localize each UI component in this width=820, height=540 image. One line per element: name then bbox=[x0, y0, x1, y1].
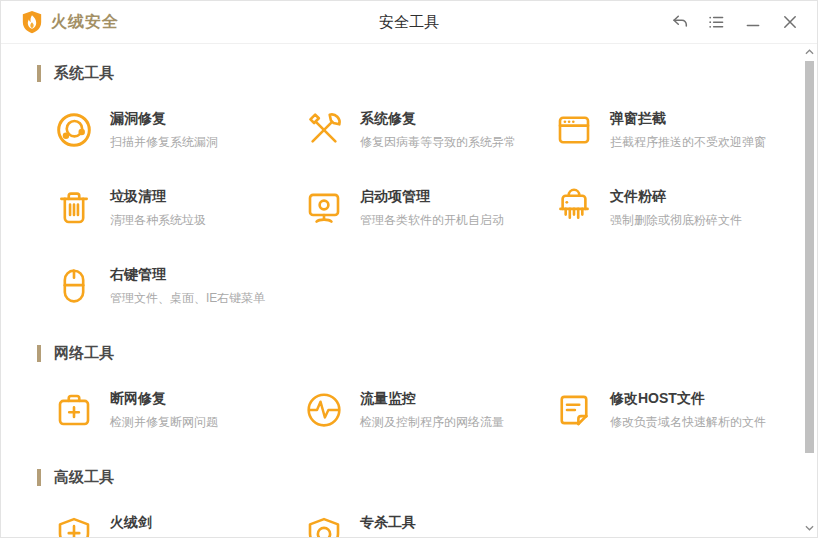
section-label: 高级工具 bbox=[54, 468, 114, 487]
tool-desc: 修改负责域名快速解析的文件 bbox=[610, 414, 766, 431]
section-label: 系统工具 bbox=[54, 64, 114, 83]
section-label: 网络工具 bbox=[54, 344, 114, 363]
minimize-icon[interactable] bbox=[744, 13, 762, 31]
section-bar-icon bbox=[37, 65, 41, 82]
tool-item[interactable]: 流量监控检测及控制程序的网络流量 bbox=[303, 388, 553, 436]
app-window: 火绒安全 安全工具 bbox=[0, 0, 818, 538]
tool-title: 断网修复 bbox=[110, 389, 218, 408]
system-repair-icon bbox=[303, 108, 345, 152]
tools-section: 系统工具漏洞修复扫描并修复系统漏洞系统修复修复因病毒等导致的系统异常弹窗拦截拦截… bbox=[37, 62, 791, 312]
back-icon[interactable] bbox=[670, 13, 688, 31]
tool-desc: 检测并修复断网问题 bbox=[110, 414, 218, 431]
tool-item[interactable]: 文件粉碎强制删除或彻底粉碎文件 bbox=[553, 186, 803, 234]
brand: 火绒安全 bbox=[21, 10, 119, 34]
traffic-monitor-icon bbox=[303, 388, 345, 432]
scroll-up-icon[interactable] bbox=[805, 45, 814, 59]
tools-content: 系统工具漏洞修复扫描并修复系统漏洞系统修复修复因病毒等导致的系统异常弹窗拦截拦截… bbox=[1, 44, 817, 538]
tool-item[interactable]: 火绒剑 bbox=[53, 512, 303, 538]
scrollbar[interactable] bbox=[803, 45, 815, 535]
tool-item[interactable]: 断网修复检测并修复断网问题 bbox=[53, 388, 303, 436]
scrollbar-thumb[interactable] bbox=[805, 61, 814, 453]
tool-item[interactable]: 弹窗拦截拦截程序推送的不受欢迎弹窗 bbox=[553, 108, 803, 156]
tool-desc: 清理各种系统垃圾 bbox=[110, 212, 206, 229]
section-header: 网络工具 bbox=[37, 342, 791, 364]
scroll-down-icon[interactable] bbox=[805, 521, 814, 535]
titlebar: 火绒安全 安全工具 bbox=[1, 1, 817, 44]
trash-clean-icon bbox=[53, 186, 95, 230]
tools-grid: 断网修复检测并修复断网问题流量监控检测及控制程序的网络流量修改HOST文件修改负… bbox=[53, 388, 791, 436]
tool-item[interactable]: 专杀工具 bbox=[303, 512, 553, 538]
vulnerability-fix-icon bbox=[53, 108, 95, 152]
tool-title: 专杀工具 bbox=[360, 513, 416, 532]
tool-title: 文件粉碎 bbox=[610, 187, 742, 206]
close-icon[interactable] bbox=[781, 13, 799, 31]
tools-section: 网络工具断网修复检测并修复断网问题流量监控检测及控制程序的网络流量修改HOST文… bbox=[37, 342, 791, 436]
tool-desc: 管理文件、桌面、IE右键菜单 bbox=[110, 290, 265, 307]
tool-desc: 管理各类软件的开机自启动 bbox=[360, 212, 504, 229]
tools-section: 高级工具火绒剑专杀工具 bbox=[37, 466, 791, 538]
tool-title: 启动项管理 bbox=[360, 187, 504, 206]
section-bar-icon bbox=[37, 345, 41, 362]
tools-grid: 火绒剑专杀工具 bbox=[53, 512, 791, 538]
tool-title: 系统修复 bbox=[360, 109, 516, 128]
huorong-logo-icon bbox=[21, 10, 43, 34]
tool-item[interactable]: 启动项管理管理各类软件的开机自启动 bbox=[303, 186, 553, 234]
app-name: 火绒安全 bbox=[51, 12, 119, 33]
popup-block-icon bbox=[553, 108, 595, 152]
tool-title: 垃圾清理 bbox=[110, 187, 206, 206]
tool-title: 右键管理 bbox=[110, 265, 265, 284]
tool-title: 弹窗拦截 bbox=[610, 109, 766, 128]
mouse-context-menu-icon bbox=[53, 264, 95, 308]
tool-desc: 修复因病毒等导致的系统异常 bbox=[360, 134, 516, 151]
section-bar-icon bbox=[37, 469, 41, 486]
tools-grid: 漏洞修复扫描并修复系统漏洞系统修复修复因病毒等导致的系统异常弹窗拦截拦截程序推送… bbox=[53, 108, 791, 312]
host-file-icon bbox=[553, 388, 595, 432]
tool-title: 流量监控 bbox=[360, 389, 504, 408]
sword-shield-icon bbox=[53, 512, 95, 538]
tool-item[interactable]: 右键管理管理文件、桌面、IE右键菜单 bbox=[53, 264, 303, 312]
file-shredder-icon bbox=[553, 186, 595, 230]
tool-title: 漏洞修复 bbox=[110, 109, 218, 128]
tool-item[interactable]: 漏洞修复扫描并修复系统漏洞 bbox=[53, 108, 303, 156]
tool-desc: 强制删除或彻底粉碎文件 bbox=[610, 212, 742, 229]
startup-manager-icon bbox=[303, 186, 345, 230]
tool-item[interactable]: 垃圾清理清理各种系统垃圾 bbox=[53, 186, 303, 234]
tool-desc: 拦截程序推送的不受欢迎弹窗 bbox=[610, 134, 766, 151]
tool-item[interactable]: 系统修复修复因病毒等导致的系统异常 bbox=[303, 108, 553, 156]
tool-desc: 检测及控制程序的网络流量 bbox=[360, 414, 504, 431]
tool-item[interactable]: 修改HOST文件修改负责域名快速解析的文件 bbox=[553, 388, 803, 436]
section-header: 系统工具 bbox=[37, 62, 791, 84]
tool-desc: 扫描并修复系统漏洞 bbox=[110, 134, 218, 151]
window-controls bbox=[670, 13, 799, 31]
killer-tool-icon bbox=[303, 512, 345, 538]
tool-title: 修改HOST文件 bbox=[610, 389, 766, 408]
tool-title: 火绒剑 bbox=[110, 513, 152, 532]
section-header: 高级工具 bbox=[37, 466, 791, 488]
network-repair-icon bbox=[53, 388, 95, 432]
menu-list-icon[interactable] bbox=[707, 13, 725, 31]
